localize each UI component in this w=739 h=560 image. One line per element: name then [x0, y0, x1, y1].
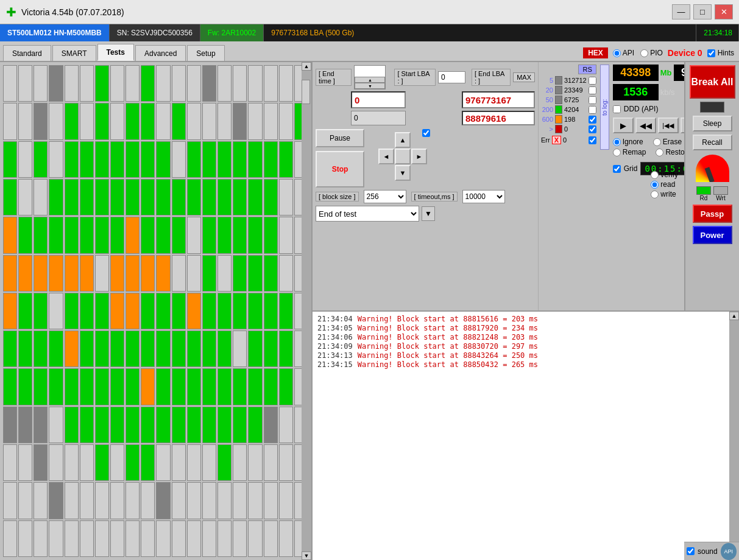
speed-check-20[interactable]: [589, 86, 596, 94]
nav-up-button[interactable]: ▲: [395, 132, 411, 148]
pio-radio[interactable]: PIO: [640, 49, 663, 57]
grid-cell: [34, 368, 48, 405]
passp-button[interactable]: Passp: [693, 205, 732, 223]
grid-cell: [233, 255, 247, 292]
tab-smart[interactable]: SMART: [52, 45, 96, 61]
speed-check-50[interactable]: [589, 96, 596, 104]
grid-cell: [18, 407, 32, 443]
grid-cell: [233, 368, 247, 405]
rewind-button[interactable]: ◀◀: [635, 117, 656, 133]
vertical-scrollbar[interactable]: ▲ ▼: [302, 62, 311, 560]
speed-row-gt: > 0: [541, 125, 596, 133]
tab-tests[interactable]: Tests: [97, 44, 134, 61]
remap-radio[interactable]: Remap: [613, 148, 646, 156]
tab-setup[interactable]: Setup: [187, 45, 224, 61]
close-button[interactable]: ✕: [715, 4, 733, 19]
skip-back-button[interactable]: |◀◀: [658, 117, 679, 133]
grid-cell: [80, 331, 94, 367]
speed-check-600[interactable]: [589, 116, 596, 124]
grid-cell: [65, 368, 79, 405]
nav-checkbox[interactable]: [422, 129, 430, 137]
eot-dropdown-arrow[interactable]: ▼: [422, 206, 435, 221]
sound-checkbox[interactable]: [687, 547, 695, 555]
grid-cell: [49, 103, 63, 139]
hex-button[interactable]: HEX: [583, 47, 608, 58]
scroll-up-arrow[interactable]: ▲: [302, 62, 311, 71]
speed-check-gt[interactable]: [589, 125, 596, 133]
grid-cell: [172, 331, 186, 367]
stop-button[interactable]: Stop: [316, 151, 364, 187]
grid-cell: [279, 444, 293, 481]
lba-values-row: [316, 91, 535, 108]
grid-cell: [156, 255, 170, 292]
nav-right-button[interactable]: ►: [411, 149, 427, 164]
grid-cell: [248, 103, 262, 139]
drive-info: ST500LM012 HN-M500MBB: [0, 24, 110, 41]
lba-mid-input[interactable]: [351, 111, 406, 125]
grid-cell: [279, 65, 293, 102]
spinner-down[interactable]: ▼: [355, 83, 385, 89]
start-lba-input[interactable]: [438, 71, 465, 83]
grid-cell: [202, 331, 216, 367]
wrt-indicator: [713, 186, 728, 195]
maximize-button[interactable]: □: [693, 4, 712, 19]
nav-center-button[interactable]: [395, 149, 411, 164]
recall-button[interactable]: Recall: [693, 135, 732, 150]
log-scroll-track[interactable]: [729, 320, 739, 551]
end-time-spinner[interactable]: ▲ ▼: [354, 65, 386, 89]
scroll-track[interactable]: [302, 71, 311, 551]
grid-cell: [172, 179, 186, 215]
rs-button[interactable]: RS: [578, 65, 596, 74]
tab-standard[interactable]: Standard: [3, 45, 51, 61]
to-log-button[interactable]: to log:: [600, 65, 609, 150]
ddd-checkbox[interactable]: [613, 105, 621, 113]
read-radio[interactable]: read: [651, 180, 678, 189]
power-button[interactable]: Power: [693, 226, 732, 244]
log-message: Warning! Block start at 88821248 = 203 m…: [358, 333, 538, 341]
block-size-select[interactable]: 256: [364, 190, 406, 203]
verify-radio[interactable]: verify: [651, 170, 678, 179]
log-scroll-up[interactable]: ▲: [729, 312, 739, 320]
end-time-input[interactable]: [355, 66, 385, 77]
grid-cell: [18, 331, 32, 367]
grid-cell: [110, 293, 124, 329]
nav-down-button[interactable]: ▼: [395, 165, 411, 181]
grid-checkbox[interactable]: [613, 165, 621, 173]
lba-end-value2[interactable]: [462, 111, 535, 125]
lba-info: 976773168 LBA (500 Gb): [264, 24, 696, 41]
lba-end-value[interactable]: [462, 91, 535, 108]
hints-checkbox[interactable]: Hints: [707, 49, 734, 57]
grid-cell: [248, 255, 262, 292]
spinner-up[interactable]: ▲: [355, 77, 385, 83]
log-scrollbar[interactable]: ▲ ▼: [729, 312, 739, 560]
end-of-test-select[interactable]: End of test: [316, 206, 419, 222]
grid-cell: [202, 520, 216, 557]
log-entry: 21:34:15Warning! Block start at 88850432…: [317, 360, 724, 369]
sleep-button[interactable]: Sleep: [693, 116, 732, 131]
erase-radio[interactable]: Erase: [653, 138, 682, 146]
break-all-button[interactable]: Break All: [690, 65, 735, 99]
right-sidebar: Break All Sleep Recall Rd Wrt: [684, 62, 739, 310]
ddd-label: DDD (API): [624, 105, 659, 113]
play-button[interactable]: ▶: [613, 117, 634, 133]
speed-check-200[interactable]: [589, 106, 596, 114]
lba-start-value[interactable]: [351, 91, 406, 108]
scroll-down-arrow[interactable]: ▼: [302, 551, 311, 560]
max-button[interactable]: MAX: [513, 72, 535, 82]
minimize-button[interactable]: —: [672, 4, 690, 19]
pause-button[interactable]: Pause: [316, 129, 364, 147]
timeout-select[interactable]: 10000: [462, 190, 505, 203]
grid-cell: [49, 293, 63, 329]
grid-cell: [156, 331, 170, 367]
speed-check-5[interactable]: [589, 77, 596, 85]
write-radio[interactable]: write: [651, 190, 678, 198]
speed-row-600: 600 198: [541, 115, 596, 124]
tab-advanced[interactable]: Advanced: [135, 45, 186, 61]
ignore-radio[interactable]: Ignore: [613, 138, 643, 146]
err-checkbox[interactable]: [589, 136, 596, 144]
nav-left-button[interactable]: ◄: [378, 149, 394, 164]
api-pio-group: API PIO: [613, 49, 663, 57]
speed-count-600: 198: [564, 116, 575, 123]
api-radio[interactable]: API: [613, 49, 634, 57]
scroll-thumb[interactable]: [302, 80, 310, 104]
